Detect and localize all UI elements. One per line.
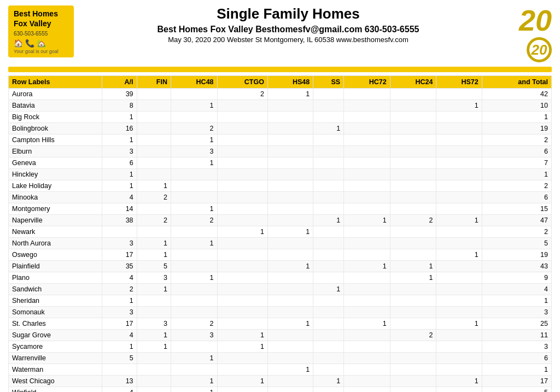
row-cell [137,134,171,146]
row-cell [137,157,171,169]
row-cell [267,341,313,353]
row-cell [137,353,171,364]
col-header-hc72: HC72 [344,76,390,89]
row-cell [313,353,344,364]
col-header-hc48: HC48 [171,76,217,89]
table-row: Bolingbrook162119 [9,123,552,134]
row-cell [436,112,482,123]
row-cell: 3 [171,146,217,157]
row-cell [344,192,390,203]
row-cell [390,376,436,387]
col-header-hc24: HC24 [390,76,436,89]
row-cell [390,146,436,157]
row-cell [313,364,344,376]
row-label: Big Rock [9,112,102,123]
row-cell: 35 [102,261,137,272]
row-cell [267,112,313,123]
row-cell: 19 [482,123,551,134]
table-row: Newark112 [9,226,552,238]
row-cell: 5 [482,238,551,249]
row-cell [436,261,482,272]
table-row: Sycamore1113 [9,341,552,353]
row-cell: 13 [102,376,137,387]
row-cell: 1 [102,341,137,353]
row-cell [390,226,436,238]
row-cell [267,307,313,318]
table-row: Sheridan11 [9,295,552,307]
row-cell [217,215,267,226]
table-row: Batavia81110 [9,100,552,112]
row-cell: 1 [482,364,551,376]
row-cell [390,192,436,203]
row-label: Hinckley [9,169,102,180]
row-cell [436,192,482,203]
row-cell: 3 [482,307,551,318]
row-cell [436,387,482,393]
row-cell: 19 [482,249,551,261]
row-cell: 17 [482,376,551,387]
row-cell [313,112,344,123]
row-cell: 7 [482,157,551,169]
row-cell [313,89,344,100]
row-cell: 4 [102,192,137,203]
row-cell [217,169,267,180]
row-cell [313,249,344,261]
row-cell: 4 [102,330,137,341]
row-cell [390,100,436,112]
row-cell [102,364,137,376]
row-cell [390,112,436,123]
row-cell [171,261,217,272]
row-cell: 1 [267,226,313,238]
table-row: Geneva617 [9,157,552,169]
row-label: Waterman [9,364,102,376]
table-row: Lake Holiday112 [9,180,552,192]
row-cell: 3 [102,307,137,318]
table-row: Plainfield35511143 [9,261,552,272]
row-cell [390,180,436,192]
row-label: Montgomery [9,203,102,215]
row-cell [436,89,482,100]
row-cell [344,146,390,157]
row-cell [137,295,171,307]
row-cell [436,353,482,364]
row-cell: 1 [137,330,171,341]
row-label: Campton Hills [9,134,102,146]
row-cell: 6 [482,353,551,364]
main-title: Single Family Homes [79,5,497,22]
row-cell [390,123,436,134]
row-cell [137,100,171,112]
row-cell: 2 [390,215,436,226]
row-cell: 1 [267,89,313,100]
house-icon: 🏡 [37,39,46,48]
row-cell [217,146,267,157]
row-cell [217,100,267,112]
row-cell [313,180,344,192]
row-cell [217,157,267,169]
row-cell: 1 [344,318,390,330]
row-cell: 1 [267,364,313,376]
row-label: Lake Holiday [9,180,102,192]
row-cell: 17 [102,318,137,330]
row-cell [171,226,217,238]
row-label: Sandwich [9,284,102,295]
row-cell: 1 [436,215,482,226]
table-row: North Aurora3115 [9,238,552,249]
row-cell [217,353,267,364]
row-cell: 4 [102,272,137,284]
row-cell: 5 [137,261,171,272]
row-cell [313,387,344,393]
row-cell: 1 [171,376,217,387]
row-cell [313,330,344,341]
row-cell: 1 [171,353,217,364]
row-cell [267,169,313,180]
row-cell [267,330,313,341]
row-cell [217,364,267,376]
row-cell: 1 [313,123,344,134]
row-cell: 15 [482,203,551,215]
row-cell [390,284,436,295]
col-header-fin: FIN [137,76,171,89]
row-cell [344,238,390,249]
row-cell: 1 [436,318,482,330]
row-cell: 1 [313,284,344,295]
row-cell: 1 [171,134,217,146]
